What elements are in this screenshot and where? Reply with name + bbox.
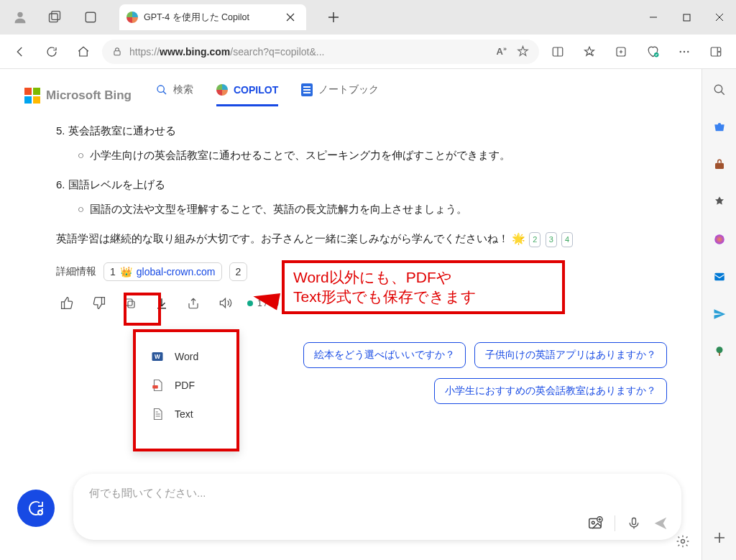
svg-point-11 xyxy=(687,50,689,52)
sidebar-add-button[interactable] xyxy=(712,530,727,546)
microsoft-logo-icon xyxy=(24,88,40,104)
answer-body: 5. 英会話教室に通わせる 小学生向けの英会話教室に通わせることで、スピーキング… xyxy=(0,107,702,255)
source-chip-1[interactable]: 1 👑 global-crown.com xyxy=(104,262,222,281)
page-settings-button[interactable] xyxy=(673,531,693,551)
citation-3[interactable]: 3 xyxy=(546,232,557,247)
image-input-button[interactable] xyxy=(587,515,603,531)
chat-input[interactable]: 何でも聞いてください... xyxy=(73,474,681,540)
profile-button[interactable] xyxy=(9,6,32,29)
home-button[interactable] xyxy=(70,39,96,65)
export-menu: W Word PDF Text xyxy=(133,329,239,451)
tab-close-button[interactable] xyxy=(282,9,299,26)
copilot-icon xyxy=(126,12,138,23)
annotation-callout: Word以外にも、PDFや Text形式でも保存できます xyxy=(282,260,565,314)
browser-toolbar: https://www.bing.com/search?q=copilot&..… xyxy=(0,35,736,69)
answer-item-6-detail: 国語の文法や文型を理解することで、英語の長文読解力を向上させましょう。 xyxy=(78,200,645,219)
address-bar[interactable]: https://www.bing.com/search?q=copilot&..… xyxy=(102,40,539,64)
input-placeholder: 何でも聞いてください... xyxy=(89,487,206,500)
suggestion-2[interactable]: 子供向けの英語アプリはありますか？ xyxy=(474,342,667,368)
svg-text:W: W xyxy=(155,354,160,360)
svg-point-9 xyxy=(680,50,681,52)
answer-item-6: 6. 国語レベルを上げる xyxy=(56,175,645,194)
svg-point-13 xyxy=(719,51,720,52)
close-window-button[interactable] xyxy=(703,6,736,29)
send-button[interactable] xyxy=(653,515,668,531)
bing-logo[interactable]: Microsoft Bing xyxy=(24,88,132,104)
favorite-star-icon[interactable] xyxy=(517,45,529,58)
copilot-sidebar-button[interactable] xyxy=(703,39,729,65)
export-text[interactable]: Text xyxy=(139,400,234,428)
like-button[interactable] xyxy=(55,291,79,316)
svg-rect-24 xyxy=(632,518,636,525)
tab-actions-button[interactable] xyxy=(78,4,104,30)
answer-item-5-detail: 小学生向けの英会話教室に通わせることで、スピーキング力を伸ばすことができます。 xyxy=(78,146,645,165)
minimize-button[interactable] xyxy=(637,6,670,29)
svg-point-25 xyxy=(681,540,685,543)
page-content: Microsoft Bing 検索 COPILOT ノートブック xyxy=(0,69,702,560)
new-topic-button[interactable] xyxy=(17,490,55,527)
mic-button[interactable] xyxy=(627,516,641,531)
svg-rect-29 xyxy=(714,273,724,281)
collections-button[interactable] xyxy=(608,39,634,65)
reader-mode-icon[interactable]: A» xyxy=(497,45,507,57)
sidebar-games-icon[interactable] xyxy=(712,194,727,210)
tab-title: GPT-4 を使用した Copilot xyxy=(144,12,276,24)
url-text: https://www.bing.com/search?q=copilot&..… xyxy=(129,46,324,58)
svg-rect-4 xyxy=(684,14,690,21)
sparkle-icon: 🌟 xyxy=(512,229,525,248)
edge-sidebar xyxy=(702,69,736,560)
lock-icon xyxy=(112,47,122,57)
answer-closing: 英語学習は継続的な取り組みが大切です。お子さんと一緒に楽しみながら学んでください… xyxy=(56,229,645,248)
svg-point-28 xyxy=(714,234,724,244)
tab-search[interactable]: 検索 xyxy=(156,83,193,107)
favorites-button[interactable] xyxy=(576,39,602,65)
refresh-button[interactable] xyxy=(39,39,65,65)
back-button[interactable] xyxy=(7,39,33,65)
health-button[interactable] xyxy=(640,39,666,65)
pdf-icon xyxy=(150,378,165,393)
svg-point-26 xyxy=(714,85,722,93)
divider xyxy=(615,515,615,531)
workspaces-button[interactable] xyxy=(42,4,68,30)
bing-header: Microsoft Bing 検索 COPILOT ノートブック xyxy=(0,69,702,107)
tab-copilot[interactable]: COPILOT xyxy=(216,84,278,106)
suggestion-1[interactable]: 絵本をどう選べばいいですか？ xyxy=(303,342,466,368)
sidebar-outlook-icon[interactable] xyxy=(712,269,727,285)
svg-rect-27 xyxy=(715,163,724,169)
suggestion-3[interactable]: 小学生におすすめの英会話教室はありますか？ xyxy=(434,378,667,404)
sidebar-tools-icon[interactable] xyxy=(712,157,727,173)
annotation-export-highlight xyxy=(124,293,161,326)
svg-rect-3 xyxy=(86,12,96,22)
new-tab-button[interactable] xyxy=(321,4,346,30)
sidebar-shopping-icon[interactable] xyxy=(712,119,727,135)
tab-notebook[interactable]: ノートブック xyxy=(301,83,379,107)
sources-label: 詳細情報 xyxy=(56,265,96,278)
sidebar-send-icon[interactable] xyxy=(712,306,727,322)
suggestion-chips: 絵本をどう選べばいいですか？ 子供向けの英語アプリはありますか？ 小学生におすす… xyxy=(303,342,667,404)
answer-item-5: 5. 英会話教室に通わせる xyxy=(56,121,645,140)
sidebar-tree-icon[interactable] xyxy=(712,344,727,359)
sidebar-m365-icon[interactable] xyxy=(712,231,727,247)
citation-2[interactable]: 2 xyxy=(529,232,540,247)
svg-point-10 xyxy=(684,50,685,52)
browser-tab[interactable]: GPT-4 を使用した Copilot xyxy=(119,4,306,30)
title-bar: GPT-4 を使用した Copilot xyxy=(0,0,736,35)
sidebar-search-icon[interactable] xyxy=(712,82,727,98)
maximize-button[interactable] xyxy=(670,6,703,29)
svg-point-14 xyxy=(157,86,164,92)
share-button[interactable] xyxy=(181,291,206,316)
source-favicon: 👑 xyxy=(120,266,132,277)
dislike-button[interactable] xyxy=(86,291,111,316)
more-button[interactable] xyxy=(671,39,697,65)
citation-4[interactable]: 4 xyxy=(561,232,573,247)
read-aloud-button[interactable] xyxy=(213,291,237,316)
svg-point-22 xyxy=(592,521,594,524)
source-chip-2[interactable]: 2 xyxy=(229,262,248,281)
copilot-icon xyxy=(216,84,228,96)
svg-rect-5 xyxy=(114,50,120,55)
split-screen-button[interactable] xyxy=(545,39,571,65)
export-pdf[interactable]: PDF xyxy=(139,371,234,400)
svg-rect-2 xyxy=(52,12,60,20)
export-word[interactable]: W Word xyxy=(139,342,234,371)
text-icon xyxy=(150,407,165,421)
